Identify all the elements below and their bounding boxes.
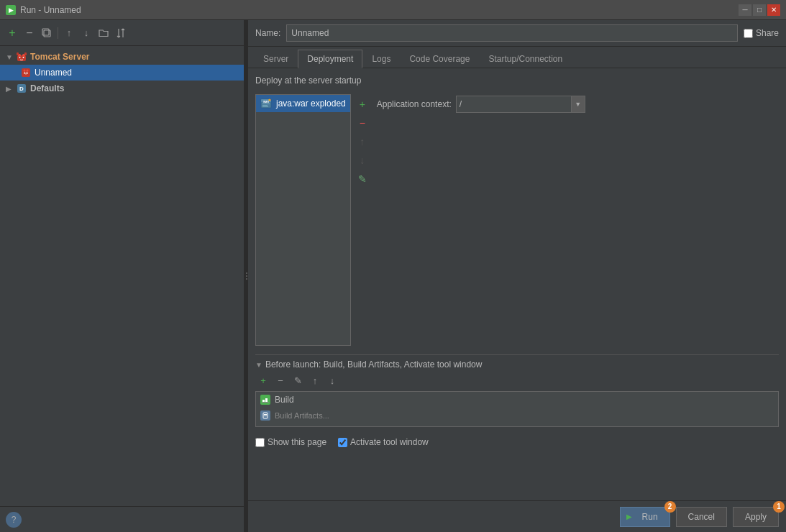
apply-badge: 1 xyxy=(773,501,785,513)
tab-coverage[interactable]: Code Coverage xyxy=(400,49,479,68)
bl-add-button[interactable]: + xyxy=(255,372,271,388)
toolbar-sep-1 xyxy=(58,27,58,39)
svg-point-13 xyxy=(27,72,28,73)
add-config-button[interactable]: + xyxy=(4,25,20,41)
cancel-button[interactable]: Cancel xyxy=(676,507,727,527)
activate-window-label: Activate tool window xyxy=(350,437,429,447)
title-bar-left: ▶ Run - Unnamed xyxy=(6,5,81,15)
help-button[interactable]: ? xyxy=(6,512,22,528)
bl-item-build[interactable]: Build xyxy=(256,392,778,408)
app-context-input[interactable] xyxy=(456,96,571,113)
svg-rect-1 xyxy=(42,29,49,35)
app-context-input-wrapper: ▼ xyxy=(456,96,585,113)
tree-item-unnamed[interactable]: Unnamed xyxy=(0,65,244,81)
tree-tomcat-label: Tomcat Server xyxy=(30,52,89,62)
deploy-add-button[interactable]: + xyxy=(354,96,371,113)
run-button-wrapper: ▶ Run 2 xyxy=(620,507,670,527)
bl-item-artifacts[interactable]: Build Artifacts... xyxy=(256,408,778,423)
run-play-icon: ▶ xyxy=(626,513,632,520)
tabs-bar: Server Deployment Logs Code Coverage Sta… xyxy=(248,47,786,68)
svg-text:D: D xyxy=(19,86,24,92)
deploy-remove-button[interactable]: − xyxy=(354,114,371,132)
deploy-list-container: WAR java:war exploded xyxy=(255,94,371,346)
tree-arrow-tomcat: ▼ xyxy=(6,53,13,61)
tree-arrow-defaults: ▶ xyxy=(6,85,13,93)
minimize-button[interactable]: ─ xyxy=(739,4,751,16)
tab-logs[interactable]: Logs xyxy=(362,49,400,68)
apply-button[interactable]: Apply xyxy=(733,507,779,527)
svg-rect-0 xyxy=(44,30,50,37)
move-up-button[interactable]: ↑ xyxy=(61,25,77,41)
before-launch-arrow: ▼ xyxy=(255,361,262,369)
tree-item-defaults[interactable]: ▶ D Defaults xyxy=(0,81,244,96)
bl-down-button[interactable]: ↓ xyxy=(324,372,340,388)
share-label: Share xyxy=(756,28,779,38)
deploy-item-war[interactable]: WAR java:war exploded xyxy=(256,95,350,112)
remove-config-button[interactable]: − xyxy=(22,25,37,41)
before-launch-label: Before launch: Build, Build Artifacts, A… xyxy=(265,359,483,370)
name-label: Name: xyxy=(255,28,280,38)
bottom-bar: ▶ Run 2 Cancel Apply 1 xyxy=(248,500,786,532)
move-down-button[interactable]: ↓ xyxy=(78,25,94,41)
content-area: Deploy at the server startup WAR xyxy=(248,68,786,500)
bl-edit-button[interactable]: ✎ xyxy=(290,372,306,388)
run-button-label: Run xyxy=(642,512,658,522)
tree-defaults-label: Defaults xyxy=(30,83,64,93)
share-checkbox[interactable] xyxy=(744,29,753,38)
show-page-option: Show this page xyxy=(255,437,326,447)
svg-rect-9 xyxy=(22,68,30,77)
copy-config-button[interactable] xyxy=(39,25,55,41)
tab-deployment[interactable]: Deployment xyxy=(298,50,362,68)
activate-window-option: Activate tool window xyxy=(338,437,429,447)
deploy-list[interactable]: WAR java:war exploded xyxy=(255,94,351,346)
tree-item-tomcat[interactable]: ▼ Tomcat Server xyxy=(0,49,244,65)
bl-artifacts-label: Build Artifacts... xyxy=(275,411,329,420)
maximize-button[interactable]: □ xyxy=(753,4,766,16)
close-button[interactable]: ✕ xyxy=(767,4,780,16)
options-row: Show this page Activate tool window xyxy=(255,433,779,451)
svg-rect-5 xyxy=(17,52,19,55)
before-launch-toolbar: + − ✎ ↑ ↓ xyxy=(255,372,779,388)
deploy-item-label: java:war exploded xyxy=(276,98,346,109)
deploy-header: Deploy at the server startup xyxy=(255,75,779,86)
run-button[interactable]: ▶ Run xyxy=(620,507,670,527)
build-icon xyxy=(260,395,270,405)
svg-rect-28 xyxy=(264,416,267,416)
svg-point-7 xyxy=(19,57,21,58)
sort-button[interactable] xyxy=(113,25,129,41)
app-context-dropdown[interactable]: ▼ xyxy=(571,96,585,113)
apply-button-wrapper: Apply 1 xyxy=(733,507,779,527)
svg-rect-21 xyxy=(262,106,268,107)
name-row: Name: Share xyxy=(248,20,786,47)
left-panel: + − ↑ ↓ xyxy=(0,20,245,532)
left-panel-bottom: ? xyxy=(0,506,244,532)
window-controls: ─ □ ✕ xyxy=(739,4,780,16)
activate-window-checkbox[interactable] xyxy=(338,438,347,447)
deploy-actions: + − ↑ ↓ ✎ xyxy=(354,94,371,346)
svg-point-11 xyxy=(27,70,29,72)
divider-dots xyxy=(246,272,247,280)
svg-text:WAR: WAR xyxy=(263,101,270,104)
name-input[interactable] xyxy=(286,24,738,42)
left-toolbar: + − ↑ ↓ xyxy=(0,20,244,46)
folder-button[interactable] xyxy=(96,25,111,41)
deploy-down-button[interactable]: ↓ xyxy=(354,152,371,169)
right-panel: Name: Share Server Deployment Logs Code … xyxy=(248,20,786,532)
tab-startup[interactable]: Startup/Connection xyxy=(479,49,572,68)
unnamed-run-icon xyxy=(20,67,32,78)
before-launch-list: Build Build Artifacts... xyxy=(255,391,779,427)
bl-remove-button[interactable]: − xyxy=(273,372,288,388)
bl-up-button[interactable]: ↑ xyxy=(307,372,323,388)
svg-point-12 xyxy=(24,72,26,73)
before-launch-section: ▼ Before launch: Build, Build Artifacts,… xyxy=(255,354,779,427)
before-launch-header: ▼ Before launch: Build, Build Artifacts,… xyxy=(255,359,779,370)
bl-build-label: Build xyxy=(275,395,294,405)
deploy-edit-button[interactable]: ✎ xyxy=(354,170,371,188)
show-page-checkbox[interactable] xyxy=(255,438,265,447)
svg-rect-25 xyxy=(262,402,269,403)
config-tree: ▼ Tomcat Server xyxy=(0,46,244,506)
svg-rect-19 xyxy=(262,104,270,104)
tab-server[interactable]: Server xyxy=(254,49,298,68)
deploy-up-button[interactable]: ↑ xyxy=(354,133,371,150)
tree-unnamed-label: Unnamed xyxy=(35,68,72,78)
